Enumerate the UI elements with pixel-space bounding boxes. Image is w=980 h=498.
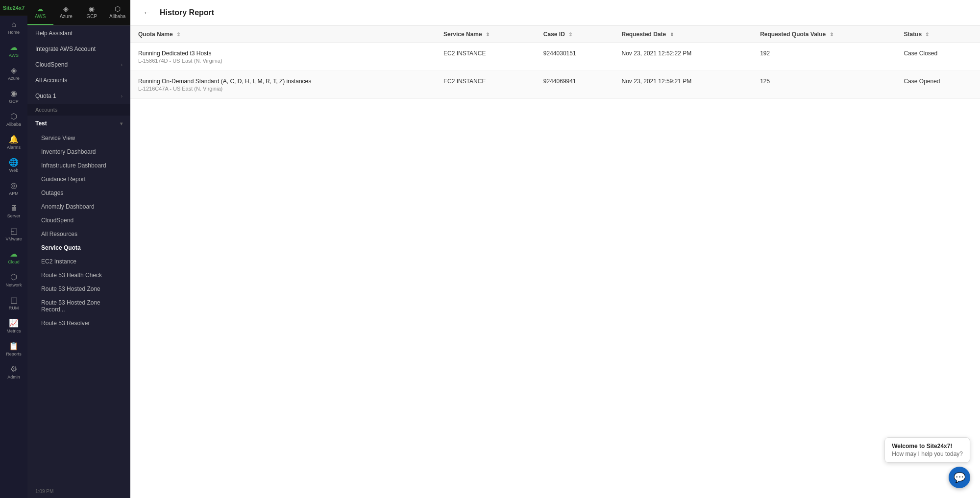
back-button[interactable]: ← xyxy=(140,6,154,20)
sidebar-sub-item-guidance-report[interactable]: Guidance Report xyxy=(27,172,130,186)
app-logo[interactable]: Site24x7 xyxy=(0,0,27,16)
sidebar-item-quota-1-label: Quota 1 xyxy=(35,93,56,99)
cell-service-name-1: EC2 INSTANCE xyxy=(436,71,536,99)
nav-item-reports-label: Reports xyxy=(6,352,22,356)
web-icon: 🌐 xyxy=(9,158,19,167)
nav-item-home[interactable]: ⌂ Home xyxy=(0,16,27,39)
sidebar-sub-item-inventory-dashboard[interactable]: Inventory Dashboard xyxy=(27,145,130,159)
sidebar-sub-item-ec2-instance-label: EC2 Instance xyxy=(41,258,76,265)
nav-item-alarms[interactable]: 🔔 Alarms xyxy=(0,131,27,154)
chevron-down-icon-test: ▾ xyxy=(120,121,122,126)
sidebar-tab-alibaba[interactable]: ⬡ Alibaba xyxy=(105,0,131,25)
sort-icon-status: ⇕ xyxy=(925,32,929,37)
quota-name-sub-0: L-1586174D - US East (N. Virginia) xyxy=(138,58,428,64)
accounts-label: Accounts xyxy=(35,107,57,113)
sidebar-item-help-assistant[interactable]: Help Assistant xyxy=(27,25,130,41)
reports-icon: 📋 xyxy=(9,341,19,351)
server-icon: 🖥 xyxy=(10,204,18,213)
quota-name-sub-1: L-1216C47A - US East (N. Virginia) xyxy=(138,86,428,92)
rum-icon: ◫ xyxy=(10,295,18,305)
column-header-quota-name[interactable]: Quota Name ⇕ xyxy=(130,26,436,43)
column-header-status[interactable]: Status ⇕ xyxy=(896,26,980,43)
chat-widget: Welcome to Site24x7! How may I help you … xyxy=(884,437,970,488)
cell-status-0: Case Closed xyxy=(896,43,980,71)
nav-item-cloud[interactable]: ☁ Cloud xyxy=(0,245,27,268)
nav-item-server[interactable]: 🖥 Server xyxy=(0,200,27,222)
metrics-icon: 📈 xyxy=(9,318,19,328)
nav-item-gcp-label: GCP xyxy=(9,99,19,104)
sidebar-item-integrate-aws[interactable]: Integrate AWS Account xyxy=(27,41,130,57)
sidebar-item-cloudspend[interactable]: CloudSpend › xyxy=(27,57,130,72)
sidebar-tab-azure[interactable]: ◈ Azure xyxy=(53,0,79,25)
sidebar-sub-item-ec2-instance[interactable]: EC2 Instance xyxy=(27,255,130,268)
vmware-icon: ◱ xyxy=(10,226,18,236)
logo-text-accent: 24x7 xyxy=(13,5,24,11)
sidebar-tab-aws[interactable]: ☁ AWS xyxy=(27,0,53,25)
sidebar-item-quota-1[interactable]: Quota 1 › xyxy=(27,88,130,104)
sidebar-item-test[interactable]: Test ▾ xyxy=(27,116,130,131)
sidebar-sub-item-service-view[interactable]: Service View xyxy=(27,131,130,145)
nav-item-rum-label: RUM xyxy=(9,306,19,310)
sidebar-sub-item-route53-hosted-zone-record[interactable]: Route 53 Hosted Zone Record... xyxy=(27,296,130,316)
nav-item-alibaba[interactable]: ⬡ Alibaba xyxy=(0,108,27,131)
sidebar-sub-item-anomaly-dashboard-label: Anomaly Dashboard xyxy=(41,203,95,210)
sidebar-tab-alibaba-label: Alibaba xyxy=(109,14,125,19)
main-content: ← History Report Quota Name ⇕ Service Na… xyxy=(130,0,980,498)
nav-item-azure[interactable]: ◈ Azure xyxy=(0,62,27,85)
chat-icon: 💬 xyxy=(954,472,966,483)
aws-icon: ☁ xyxy=(10,43,18,52)
network-icon: ⬡ xyxy=(10,272,17,282)
alarms-icon: 🔔 xyxy=(9,135,19,144)
nav-item-network[interactable]: ⬡ Network xyxy=(0,268,27,291)
column-header-requested-date[interactable]: Requested Date ⇕ xyxy=(614,26,753,43)
cell-status-1: Case Opened xyxy=(896,71,980,99)
sidebar-sub-item-route53-health-check[interactable]: Route 53 Health Check xyxy=(27,268,130,282)
table-row[interactable]: Running Dedicated t3 Hosts L-1586174D - … xyxy=(130,43,980,71)
sort-icon-requested-date: ⇕ xyxy=(670,32,674,37)
sidebar-sub-item-route53-resolver[interactable]: Route 53 Resolver xyxy=(27,316,130,330)
sidebar-item-test-label: Test xyxy=(35,120,47,127)
sidebar-item-help-assistant-label: Help Assistant xyxy=(35,30,73,37)
nav-item-metrics-label: Metrics xyxy=(7,329,21,333)
nav-item-azure-label: Azure xyxy=(8,76,20,81)
sidebar-sub-item-outages[interactable]: Outages xyxy=(27,186,130,200)
sidebar-tab-gcp[interactable]: ◉ GCP xyxy=(79,0,105,25)
sidebar-sub-item-route53-hosted-zone[interactable]: Route 53 Hosted Zone xyxy=(27,282,130,296)
column-header-case-id[interactable]: Case ID ⇕ xyxy=(536,26,614,43)
column-label-quota-name: Quota Name xyxy=(138,31,173,38)
main-header: ← History Report xyxy=(130,0,980,26)
nav-item-home-label: Home xyxy=(8,30,20,35)
sidebar-sub-item-infrastructure-dashboard[interactable]: Infrastructure Dashboard xyxy=(27,159,130,172)
column-header-requested-quota-value[interactable]: Requested Quota Value ⇕ xyxy=(752,26,896,43)
nav-item-metrics[interactable]: 📈 Metrics xyxy=(0,314,27,337)
sidebar-tab-gcp-label: GCP xyxy=(86,14,97,19)
alibaba-tab-icon: ⬡ xyxy=(115,5,121,13)
cell-requested-date-1: Nov 23, 2021 12:59:21 PM xyxy=(614,71,753,99)
nav-item-vmware[interactable]: ◱ VMware xyxy=(0,222,27,245)
gcp-icon: ◉ xyxy=(10,89,17,98)
sidebar-sub-item-cloudspend-label: CloudSpend xyxy=(41,217,74,224)
table-body: Running Dedicated t3 Hosts L-1586174D - … xyxy=(130,43,980,99)
nav-item-rum[interactable]: ◫ RUM xyxy=(0,291,27,314)
sidebar-item-all-accounts[interactable]: All Accounts xyxy=(27,72,130,88)
nav-item-gcp[interactable]: ◉ GCP xyxy=(0,85,27,108)
table-row[interactable]: Running On-Demand Standard (A, C, D, H, … xyxy=(130,71,980,99)
sidebar-sub-item-all-resources[interactable]: All Resources xyxy=(27,227,130,241)
nav-item-aws[interactable]: ☁ AWS xyxy=(0,39,27,62)
sidebar-sub-item-cloudspend[interactable]: CloudSpend xyxy=(27,213,130,227)
column-header-service-name[interactable]: Service Name ⇕ xyxy=(436,26,536,43)
apm-icon: ◎ xyxy=(10,181,17,190)
sidebar-sub-item-service-quota[interactable]: Service Quota xyxy=(27,241,130,255)
chat-button[interactable]: 💬 xyxy=(949,467,970,488)
nav-item-web[interactable]: 🌐 Web xyxy=(0,154,27,177)
sidebar-sub-item-anomaly-dashboard[interactable]: Anomaly Dashboard xyxy=(27,200,130,213)
cell-requested-quota-value-0: 192 xyxy=(752,43,896,71)
sidebar-tabs: ☁ AWS ◈ Azure ◉ GCP ⬡ Alibaba xyxy=(27,0,130,25)
nav-item-admin[interactable]: ⚙ Admin xyxy=(0,360,27,383)
nav-item-apm[interactable]: ◎ APM xyxy=(0,177,27,200)
nav-item-reports[interactable]: 📋 Reports xyxy=(0,337,27,360)
sort-icon-case-id: ⇕ xyxy=(568,32,572,37)
chat-bubble-title: Welcome to Site24x7! xyxy=(892,443,963,450)
logo-text-site: Site xyxy=(3,5,13,11)
sidebar-time: 1:09 PM xyxy=(27,485,130,498)
